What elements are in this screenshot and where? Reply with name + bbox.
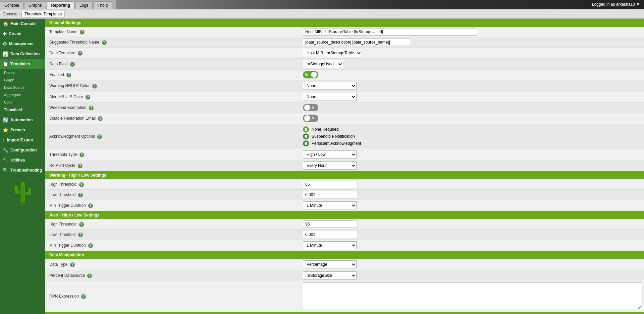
sidebar-item-presets[interactable]: ⭐ Presets [0,125,45,135]
field-template-name: Template Name ? [45,27,644,37]
tab-logs[interactable]: Logs [75,1,93,9]
warning-min-trigger-select[interactable]: 1 Minute [303,201,357,209]
warning-high-threshold-input[interactable] [303,181,358,188]
alert-high-threshold-help[interactable]: ? [79,222,84,227]
alert-low-threshold-row: Low Threshold ? [45,230,644,240]
svg-rect-5 [28,188,31,195]
re-alert-cycle-select[interactable]: Every Hour [303,162,357,170]
ack-persistent-option[interactable]: Persistent Acknowledgment [303,140,641,146]
toggle-knob [311,72,317,78]
suggested-name-help[interactable]: ? [102,40,107,45]
field-data-field: Data Field ? hrStorageUsed [45,59,644,70]
warning-high-threshold-help[interactable]: ? [79,182,84,187]
data-field-select[interactable]: hrStorageUsed [303,60,343,68]
sidebar-sub-color[interactable]: Color [0,99,45,106]
home-icon: 🏠 [3,21,8,26]
data-type-help[interactable]: ? [70,262,75,267]
sidebar-sub-device[interactable]: Device [0,69,45,76]
sidebar-item-create[interactable]: ✚ Create [0,29,45,39]
data-manipulation-table: Data Type ? Percentage Percent Datasourc… [45,259,644,312]
disable-restoration-help[interactable]: ? [98,116,103,121]
weekend-exemption-toggle[interactable]: ✕ [303,104,318,111]
re-alert-cycle-help[interactable]: ? [78,164,83,168]
weekend-toggle-knob [304,105,310,111]
sidebar-item-automation[interactable]: 🔄 Automation [0,115,45,125]
warning-min-trigger-help[interactable]: ? [88,203,93,208]
warning-hrule-color-select[interactable]: None [303,82,357,90]
restoration-toggle-off-icon: ✕ [312,116,315,121]
field-alert-hrule-color: Alert HRULE Color ? None [45,91,644,103]
tab-console[interactable]: Console [0,1,23,9]
general-settings-header: General Settings [45,19,644,27]
svg-rect-0 [20,182,25,204]
warning-low-threshold-input[interactable] [303,191,358,198]
disable-restoration-toggle[interactable]: ✕ [303,115,318,122]
sidebar-item-configuration[interactable]: 🔧 Configuration [0,145,45,155]
presets-icon: ⭐ [3,127,8,133]
logged-in-label: Logged in as arkasha18 ▼ [592,2,640,7]
enabled-help[interactable]: ? [66,73,71,77]
tab-graphs[interactable]: Graphs [24,1,46,9]
toggle-on-icon: ↻ [305,73,308,77]
sidebar-sub-threshold[interactable]: Threshold [0,106,45,113]
suggested-name-input[interactable] [303,39,410,46]
rpn-expression-help[interactable]: ? [81,294,86,299]
alert-min-trigger-select[interactable]: 1 Minute [303,241,357,249]
field-enabled: Enabled ? ↻ [45,70,644,80]
field-data-template: Data Template ? Host MIB - hrStorageTabl… [45,48,644,59]
field-disable-restoration-email: Disable Restoration Email ? ✕ [45,113,644,124]
warning-min-trigger-row: Min Trigger Duration ? 1 Minute [45,200,644,211]
field-threshold-type: Threshold Type ? High / Low [45,149,644,160]
alert-low-threshold-input[interactable] [303,231,358,238]
ack-suspendible-radio [303,133,309,139]
ack-none-option[interactable]: None Required [303,126,641,132]
enabled-toggle[interactable]: ↻ [303,71,318,78]
weekend-exemption-help[interactable]: ? [89,106,94,110]
templates-icon: 📋 [3,61,8,67]
warning-color-help[interactable]: ? [92,84,97,88]
alert-min-trigger-row: Min Trigger Duration ? 1 Minute [45,240,644,251]
alert-high-threshold-input[interactable] [303,221,358,228]
alert-color-help[interactable]: ? [86,95,90,100]
warning-low-threshold-help[interactable]: ? [78,193,83,197]
data-template-select[interactable]: Host MIB - hrStorageTable [303,49,362,57]
notification-settings-header: Notification Settings [45,312,644,314]
tab-thold[interactable]: Thold [93,1,112,9]
alert-high-threshold-row: High Threshold ? [45,219,644,230]
rpn-expression-textarea[interactable] [303,282,641,309]
ack-options-help[interactable]: ? [97,134,102,139]
ack-suspendible-option[interactable]: Suspendible Notification [303,133,641,139]
data-type-select[interactable]: Percentage [303,260,357,268]
content-area: General Settings Template Name ? Suggest… [45,19,644,314]
alert-hrule-color-select[interactable]: None [303,93,357,101]
alert-min-trigger-help[interactable]: ? [88,243,93,248]
field-suggested-threshold-name: Suggested Threshold Name ? [45,37,644,48]
data-template-help[interactable]: ? [78,51,83,56]
sidebar-sub-data-source[interactable]: Data Source [0,84,45,91]
data-field-help[interactable]: ? [70,62,75,67]
sidebar-sub-graph[interactable]: Graph [0,76,45,84]
tab-reporting[interactable]: Reporting [47,1,74,9]
svg-rect-1 [20,202,25,205]
threshold-type-help[interactable]: ? [79,152,84,157]
template-name-help[interactable]: ? [80,30,85,35]
threshold-type-select[interactable]: High / Low [303,150,357,159]
percent-datasource-select[interactable]: hrStorageSize [303,271,357,279]
warning-section-header: Warning - High / Low Settings [45,171,644,179]
sidebar-sub-aggregate[interactable]: Aggregate [0,91,45,99]
field-weekend-exemption: Weekend Exemption ? ✕ [45,103,644,113]
sidebar-item-utilities[interactable]: 🔨 Utilities [0,155,45,165]
percent-datasource-help[interactable]: ? [87,273,92,278]
rpn-expression-row: RPN Expression ? [45,281,644,312]
sidebar-item-import-export[interactable]: ↕ Import/Export [0,135,45,145]
sidebar-item-troubleshooting[interactable]: 🔍 Troubleshooting [0,165,45,175]
general-settings-table: Template Name ? Suggested Threshold Name… [45,27,644,171]
sidebar-item-data-collection[interactable]: 📊 Data Collection [0,49,45,59]
breadcrumb-console[interactable]: Console [3,12,17,16]
sidebar-item-templates[interactable]: 📋 Templates [0,59,45,69]
alert-low-threshold-help[interactable]: ? [78,233,83,237]
sidebar-item-management[interactable]: ⚙ Management [0,39,45,49]
template-name-input[interactable] [303,28,477,36]
cactus-logo [0,175,45,212]
sidebar-item-main-console[interactable]: 🏠 Main Console [0,19,45,29]
